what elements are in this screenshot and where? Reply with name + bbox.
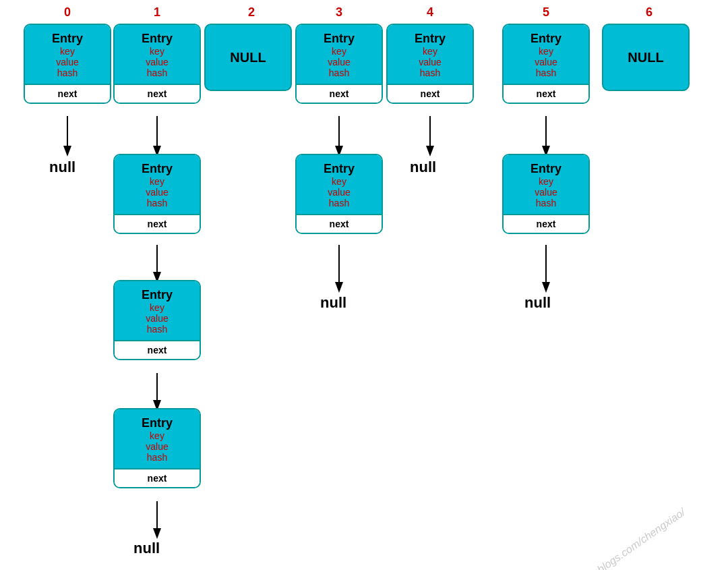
entry-1-hash: hash: [118, 67, 196, 78]
null-box-2-label: NULL: [230, 50, 266, 65]
entry-5-2-next: next: [504, 214, 588, 233]
null-box-6: NULL: [602, 24, 690, 91]
entry-1-4-value: value: [118, 441, 196, 452]
entry-1-3-hash: hash: [118, 324, 196, 335]
entry-5-2: Entry key value hash next: [502, 154, 590, 234]
null-3: null: [320, 294, 346, 312]
entry-1-3-key: key: [118, 302, 196, 313]
null-4: null: [410, 159, 436, 176]
entry-1-value: value: [118, 57, 196, 67]
entry-4-next: next: [388, 84, 473, 103]
entry-1: Entry key value hash next: [113, 24, 201, 104]
entry-0: Entry key value hash next: [24, 24, 111, 104]
entry-1-3: Entry key value hash next: [113, 280, 201, 360]
entry-1-4: Entry key value hash next: [113, 408, 201, 488]
entry-5-2-title: Entry: [507, 162, 585, 176]
index-4: 4: [427, 5, 433, 20]
entry-0-hash: hash: [28, 67, 107, 78]
entry-1-3-value: value: [118, 313, 196, 324]
entry-1-2-body: Entry key value hash: [115, 155, 200, 214]
entry-4-key: key: [391, 46, 469, 57]
entry-1-2-key: key: [118, 176, 196, 187]
entry-4-value: value: [391, 57, 469, 67]
entry-1-body: Entry key value hash: [115, 25, 200, 84]
entry-5-2-body: Entry key value hash: [504, 155, 588, 214]
entry-1-2-next: next: [115, 214, 200, 233]
watermark: http://www.cnblogs.com/chengxiao/: [543, 506, 688, 570]
entry-3-value: value: [300, 57, 378, 67]
entry-1-3-next: next: [115, 340, 200, 359]
entry-5-2-key: key: [507, 176, 585, 187]
index-3: 3: [336, 5, 342, 20]
entry-1-2-hash: hash: [118, 198, 196, 208]
entry-1-3-title: Entry: [118, 288, 196, 302]
entry-1-title: Entry: [118, 32, 196, 46]
entry-1-next: next: [115, 84, 200, 103]
entry-4: Entry key value hash next: [386, 24, 474, 104]
entry-4-title: Entry: [391, 32, 469, 46]
entry-3-2: Entry key value hash next: [295, 154, 383, 234]
entry-5-title: Entry: [507, 32, 585, 46]
null-1: null: [133, 540, 160, 557]
entry-5-body: Entry key value hash: [504, 25, 588, 84]
entry-1-2-value: value: [118, 187, 196, 198]
entry-3-key: key: [300, 46, 378, 57]
index-2: 2: [248, 5, 255, 20]
entry-1-3-body: Entry key value hash: [115, 281, 200, 340]
entry-3: Entry key value hash next: [295, 24, 383, 104]
index-5: 5: [543, 5, 549, 20]
index-0: 0: [64, 5, 71, 20]
entry-3-body: Entry key value hash: [297, 25, 382, 84]
entry-5-2-value: value: [507, 187, 585, 198]
entry-1-2: Entry key value hash next: [113, 154, 201, 234]
index-1: 1: [154, 5, 160, 20]
entry-5-key: key: [507, 46, 585, 57]
entry-3-hash: hash: [300, 67, 378, 78]
entry-1-4-next: next: [115, 468, 200, 487]
entry-1-4-title: Entry: [118, 416, 196, 430]
entry-5-hash: hash: [507, 67, 585, 78]
entry-0-key: key: [28, 46, 107, 57]
entry-0-body: Entry key value hash: [25, 25, 110, 84]
null-box-2: NULL: [204, 24, 292, 91]
null-5: null: [524, 294, 551, 312]
entry-4-body: Entry key value hash: [388, 25, 473, 84]
entry-5: Entry key value hash next: [502, 24, 590, 104]
diagram: 0 1 2 3 4 5 6 Entry key value hash next …: [0, 0, 728, 570]
entry-1-4-hash: hash: [118, 452, 196, 463]
entry-5-value: value: [507, 57, 585, 67]
entry-3-next: next: [297, 84, 382, 103]
entry-0-value: value: [28, 57, 107, 67]
entry-1-4-body: Entry key value hash: [115, 409, 200, 468]
null-0: null: [49, 159, 75, 176]
entry-1-key: key: [118, 46, 196, 57]
entry-4-hash: hash: [391, 67, 469, 78]
entry-3-2-value: value: [300, 187, 378, 198]
null-box-6-label: NULL: [628, 50, 663, 65]
entry-0-next: next: [25, 84, 110, 103]
entry-1-4-key: key: [118, 430, 196, 441]
entry-3-title: Entry: [300, 32, 378, 46]
entry-3-2-body: Entry key value hash: [297, 155, 382, 214]
entry-3-2-title: Entry: [300, 162, 378, 176]
entry-3-2-key: key: [300, 176, 378, 187]
entry-3-2-next: next: [297, 214, 382, 233]
entry-3-2-hash: hash: [300, 198, 378, 208]
entry-5-next: next: [504, 84, 588, 103]
entry-5-2-hash: hash: [507, 198, 585, 208]
entry-0-title: Entry: [28, 32, 107, 46]
entry-1-2-title: Entry: [118, 162, 196, 176]
index-6: 6: [646, 5, 653, 20]
